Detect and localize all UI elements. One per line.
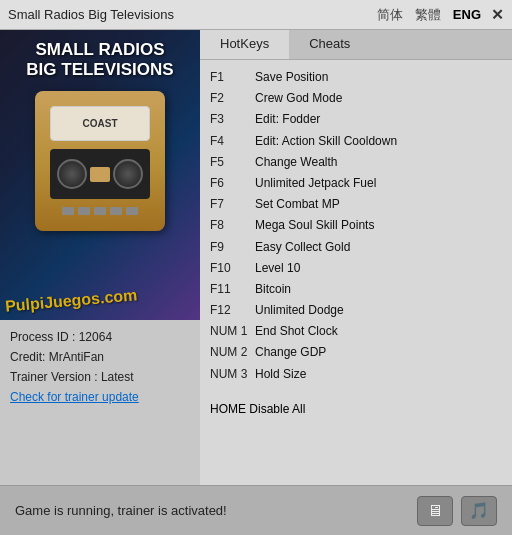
hotkey-action: Bitcoin — [255, 280, 291, 299]
ctrl-btn-1 — [62, 207, 74, 215]
game-image: SMALL RADIOSBIG TELEVISIONS COAST — [0, 30, 200, 320]
music-icon-btn[interactable]: 🎵 — [461, 496, 497, 526]
hotkey-row: F7Set Combat MP — [210, 195, 502, 214]
cassette-window — [90, 167, 110, 182]
music-icon: 🎵 — [469, 501, 489, 520]
trainer-version: Trainer Version : Latest — [10, 370, 190, 384]
hotkey-key: F1 — [210, 68, 255, 87]
hotkey-action: Set Combat MP — [255, 195, 340, 214]
hotkey-action: Mega Soul Skill Points — [255, 216, 374, 235]
credit: Credit: MrAntiFan — [10, 350, 190, 364]
hotkey-row: F10Level 10 — [210, 259, 502, 278]
hotkey-row: F9Easy Collect Gold — [210, 238, 502, 257]
hotkey-key: F5 — [210, 153, 255, 172]
trainer-update-link[interactable]: Check for trainer update — [10, 390, 139, 404]
hotkey-key: F6 — [210, 174, 255, 193]
left-info: Process ID : 12064 Credit: MrAntiFan Tra… — [0, 320, 200, 485]
hotkey-key: F3 — [210, 110, 255, 129]
hotkey-key: F10 — [210, 259, 255, 278]
hotkey-row: F2Crew God Mode — [210, 89, 502, 108]
hotkey-key: NUM 2 — [210, 343, 255, 362]
hotkey-action: Level 10 — [255, 259, 300, 278]
cassette-label: COAST — [50, 106, 150, 141]
hotkey-key: F9 — [210, 238, 255, 257]
hotkey-row: F6Unlimited Jetpack Fuel — [210, 174, 502, 193]
hotkey-key: F7 — [210, 195, 255, 214]
cassette-controls — [62, 207, 138, 215]
hotkey-row: F12Unlimited Dodge — [210, 301, 502, 320]
title-bar: Small Radios Big Televisions 简体 繁體 ENG ✕ — [0, 0, 512, 30]
app-title: Small Radios Big Televisions — [8, 7, 371, 22]
hotkey-row: F3Edit: Fodder — [210, 110, 502, 129]
home-action-label: HOME Disable All — [210, 400, 305, 419]
hotkey-action: Change Wealth — [255, 153, 338, 172]
left-panel: SMALL RADIOSBIG TELEVISIONS COAST — [0, 30, 200, 485]
hotkey-key: F12 — [210, 301, 255, 320]
status-icons: 🖥 🎵 — [417, 496, 497, 526]
ctrl-btn-5 — [126, 207, 138, 215]
hotkey-action: End Shot Clock — [255, 322, 338, 341]
hotkey-row: F4Edit: Action Skill Cooldown — [210, 132, 502, 151]
hotkey-row: F5Change Wealth — [210, 153, 502, 172]
hotkey-action: Edit: Action Skill Cooldown — [255, 132, 397, 151]
hotkey-key: F2 — [210, 89, 255, 108]
tabs-bar: HotKeys Cheats — [200, 30, 512, 60]
cassette-player: COAST — [35, 91, 165, 231]
home-action-row: HOME Disable All — [210, 400, 502, 419]
hotkey-key: NUM 1 — [210, 322, 255, 341]
hotkey-action: Crew God Mode — [255, 89, 342, 108]
reel-left — [57, 159, 87, 189]
monitor-icon-btn[interactable]: 🖥 — [417, 496, 453, 526]
hotkey-action: Save Position — [255, 68, 328, 87]
main-content: SMALL RADIOSBIG TELEVISIONS COAST — [0, 30, 512, 485]
game-image-title: SMALL RADIOSBIG TELEVISIONS — [26, 40, 173, 81]
hotkey-key: F11 — [210, 280, 255, 299]
hotkey-action: Edit: Fodder — [255, 110, 320, 129]
hotkey-key: F8 — [210, 216, 255, 235]
hotkey-row: NUM 1End Shot Clock — [210, 322, 502, 341]
hotkey-action: Unlimited Dodge — [255, 301, 344, 320]
hotkey-action: Easy Collect Gold — [255, 238, 350, 257]
hotkey-row: F1Save Position — [210, 68, 502, 87]
process-id: Process ID : 12064 — [10, 330, 190, 344]
close-button[interactable]: ✕ — [491, 6, 504, 24]
reel-right — [113, 159, 143, 189]
tab-hotkeys[interactable]: HotKeys — [200, 30, 289, 59]
cassette-tape — [50, 149, 150, 199]
hotkey-action: Change GDP — [255, 343, 326, 362]
right-panel: HotKeys Cheats F1Save PositionF2Crew God… — [200, 30, 512, 485]
ctrl-btn-2 — [78, 207, 90, 215]
status-bar: Game is running, trainer is activated! 🖥… — [0, 485, 512, 535]
lang-english-btn[interactable]: ENG — [447, 5, 487, 24]
monitor-icon: 🖥 — [427, 502, 443, 520]
hotkey-row: F11Bitcoin — [210, 280, 502, 299]
hotkey-action: Unlimited Jetpack Fuel — [255, 174, 376, 193]
status-text: Game is running, trainer is activated! — [15, 503, 227, 518]
hotkeys-list: F1Save PositionF2Crew God ModeF3Edit: Fo… — [200, 60, 512, 460]
lang-traditional-btn[interactable]: 繁體 — [409, 4, 447, 26]
hotkey-key: F4 — [210, 132, 255, 151]
ctrl-btn-3 — [94, 207, 106, 215]
hotkey-row: F8Mega Soul Skill Points — [210, 216, 502, 235]
hotkey-row: NUM 3Hold Size — [210, 365, 502, 384]
lang-simplified-btn[interactable]: 简体 — [371, 4, 409, 26]
hotkey-key: NUM 3 — [210, 365, 255, 384]
hotkey-row: NUM 2Change GDP — [210, 343, 502, 362]
hotkey-action: Hold Size — [255, 365, 306, 384]
tab-cheats[interactable]: Cheats — [289, 30, 370, 59]
ctrl-btn-4 — [110, 207, 122, 215]
